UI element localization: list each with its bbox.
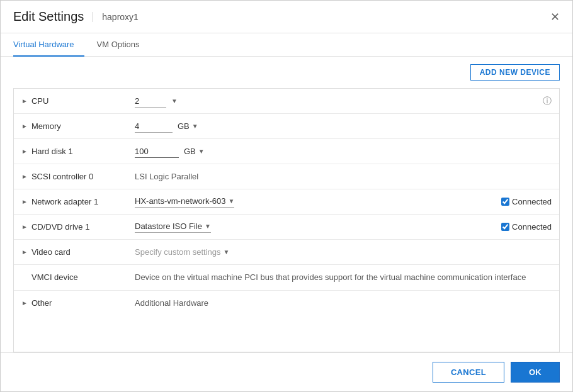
table-row: ► Other Additional Hardware xyxy=(14,291,559,316)
cd-dvd-connected-checkbox[interactable] xyxy=(501,223,509,231)
add-new-device-button[interactable]: ADD NEW DEVICE xyxy=(470,64,560,81)
dialog-subtitle: haproxy1 xyxy=(93,12,139,22)
memory-value: GB ▼ xyxy=(135,120,552,133)
toolbar: ADD NEW DEVICE xyxy=(1,57,572,88)
table-row: ► SCSI controller 0 LSI Logic Parallel xyxy=(14,164,559,189)
hard-disk-input[interactable] xyxy=(135,145,179,158)
scsi-expand-icon[interactable]: ► xyxy=(21,173,28,180)
tab-vm-options[interactable]: VM Options xyxy=(97,33,150,57)
table-row: ► Network adapter 1 HX-ants-vm-network-6… xyxy=(14,189,559,215)
vmci-value: Device on the virtual machine PCI bus th… xyxy=(135,271,552,284)
cd-dvd-value: Datastore ISO File ▼ Connected xyxy=(135,221,552,233)
other-label: ► Other xyxy=(21,298,135,308)
video-card-label: ► Video card xyxy=(21,247,135,257)
cpu-info-icon[interactable]: ⓘ xyxy=(543,96,552,107)
settings-table: ► CPU ▼ ⓘ ► Memory GB ▼ xyxy=(13,88,560,352)
vmci-label: VMCI device xyxy=(21,271,135,282)
cd-dvd-expand-icon[interactable]: ► xyxy=(21,223,28,230)
edit-settings-dialog: Edit Settings haproxy1 ✕ Virtual Hardwar… xyxy=(0,0,573,392)
cd-dvd-connected-container: Connected xyxy=(501,222,552,232)
video-card-expand-icon[interactable]: ► xyxy=(21,249,28,255)
table-row: ► Memory GB ▼ xyxy=(14,114,559,139)
hard-disk-expand-icon[interactable]: ► xyxy=(21,148,28,155)
cpu-dropdown-icon[interactable]: ▼ xyxy=(171,98,178,104)
cd-dvd-select[interactable]: Datastore ISO File ▼ xyxy=(135,221,211,233)
network-adapter-chevron: ▼ xyxy=(229,198,235,204)
network-connected-container: Connected xyxy=(501,197,552,206)
video-card-specify-select[interactable]: Specify custom settings ▼ xyxy=(135,247,229,257)
memory-unit-chevron: ▼ xyxy=(192,123,198,130)
hard-disk-unit-chevron: ▼ xyxy=(198,148,205,155)
scsi-value: LSI Logic Parallel xyxy=(135,172,552,181)
cpu-input[interactable] xyxy=(135,95,166,108)
cd-dvd-chevron: ▼ xyxy=(205,223,211,230)
table-row: ► Hard disk 1 GB ▼ xyxy=(14,139,559,164)
hard-disk-label: ► Hard disk 1 xyxy=(21,147,135,156)
video-card-value: Specify custom settings ▼ xyxy=(135,247,552,257)
dialog-header: Edit Settings haproxy1 ✕ xyxy=(1,1,572,33)
dialog-title: Edit Settings xyxy=(13,9,84,24)
cd-dvd-label: ► CD/DVD drive 1 xyxy=(21,222,135,232)
other-expand-icon[interactable]: ► xyxy=(21,300,28,306)
network-adapter-label: ► Network adapter 1 xyxy=(21,197,135,206)
tabs-bar: Virtual Hardware VM Options xyxy=(1,33,572,57)
memory-label: ► Memory xyxy=(21,121,135,131)
scsi-label: ► SCSI controller 0 xyxy=(21,172,135,181)
network-adapter-value: HX-ants-vm-network-603 ▼ Connected xyxy=(135,196,552,208)
close-button[interactable]: ✕ xyxy=(550,11,560,23)
memory-input[interactable] xyxy=(135,120,173,133)
hard-disk-value: GB ▼ xyxy=(135,145,552,158)
cpu-expand-icon[interactable]: ► xyxy=(21,98,28,104)
network-expand-icon[interactable]: ► xyxy=(21,198,28,205)
video-card-chevron: ▼ xyxy=(224,249,230,255)
cpu-value: ▼ xyxy=(135,95,543,108)
cpu-label: ► CPU xyxy=(21,96,135,106)
ok-button[interactable]: OK xyxy=(511,362,560,383)
table-row: ► CD/DVD drive 1 Datastore ISO File ▼ Co… xyxy=(14,215,559,240)
table-row: VMCI device Device on the virtual machin… xyxy=(14,265,559,291)
network-connected-checkbox[interactable] xyxy=(501,198,509,206)
tab-virtual-hardware[interactable]: Virtual Hardware xyxy=(13,33,84,57)
dialog-footer: CANCEL OK xyxy=(1,352,572,391)
memory-unit-select[interactable]: GB ▼ xyxy=(178,121,198,131)
memory-expand-icon[interactable]: ► xyxy=(21,123,28,130)
other-value: Additional Hardware xyxy=(135,298,552,308)
network-adapter-select[interactable]: HX-ants-vm-network-603 ▼ xyxy=(135,196,234,208)
hard-disk-unit-select[interactable]: GB ▼ xyxy=(184,147,205,156)
table-row: ► Video card Specify custom settings ▼ xyxy=(14,240,559,265)
table-row: ► CPU ▼ ⓘ xyxy=(14,89,559,114)
cancel-button[interactable]: CANCEL xyxy=(433,362,504,383)
